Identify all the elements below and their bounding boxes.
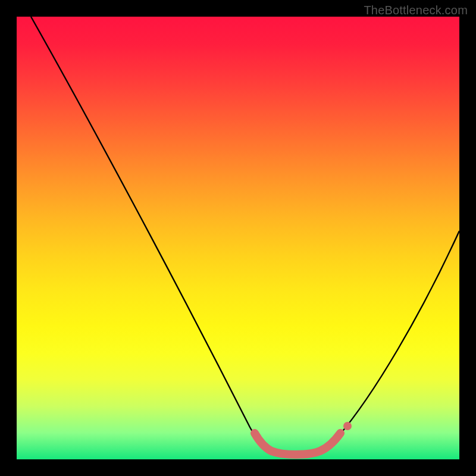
bottleneck-curve-left [31, 17, 267, 449]
curve-svg [17, 17, 459, 459]
watermark-text: TheBottleneck.com [364, 4, 468, 17]
plot-area [17, 17, 459, 459]
highlight-dot [343, 422, 352, 430]
highlight-band [255, 433, 340, 455]
bottleneck-curve-right [338, 231, 459, 437]
chart-frame: TheBottleneck.com [0, 0, 476, 476]
